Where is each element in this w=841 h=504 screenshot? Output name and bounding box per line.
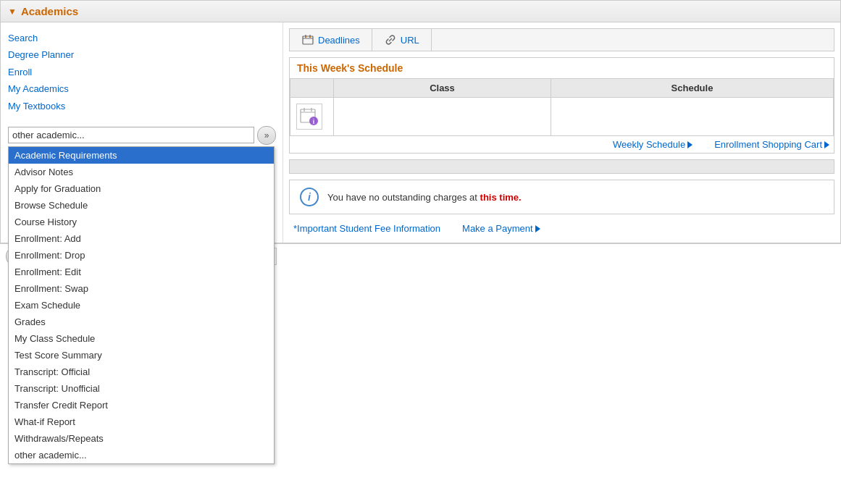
enrollment-cart-label: Enrollment Shopping Cart: [714, 139, 822, 150]
svg-rect-0: [303, 36, 313, 44]
schedule-col-schedule: Schedule: [551, 79, 834, 98]
sidebar-link[interactable]: My Textbooks: [8, 98, 283, 114]
other-academic-select[interactable]: Academic RequirementsAdvisor NotesApply …: [8, 127, 254, 143]
dropdown-list-item[interactable]: Enrollment: Drop: [9, 247, 274, 264]
svg-text:i: i: [313, 118, 315, 125]
divider-bar: [289, 159, 834, 174]
dropdown-list-item[interactable]: Test Score Summary: [9, 347, 274, 364]
sidebar: SearchDegree PlannerEnrollMy AcademicsMy…: [1, 22, 283, 243]
dropdown-list-item[interactable]: My Class Schedule: [9, 330, 274, 347]
enrollment-cart-arrow-icon: [824, 141, 829, 148]
svg-line-6: [389, 38, 392, 41]
dropdown-list-item[interactable]: Apply for Graduation: [9, 180, 274, 197]
schedule-col-icon: [290, 79, 334, 98]
tab-url[interactable]: URL: [372, 29, 432, 51]
dropdown-list-item[interactable]: Transcript: Official: [9, 364, 274, 380]
weekly-schedule-link[interactable]: Weekly Schedule: [613, 139, 693, 150]
tab-deadlines-label: Deadlines: [318, 35, 360, 46]
dropdown-list-item[interactable]: Course History: [9, 214, 274, 230]
schedule-title: This Week's Schedule: [290, 58, 834, 78]
dropdown-list-item[interactable]: Withdrawals/Repeats: [9, 430, 274, 447]
schedule-time-cell: [551, 98, 834, 136]
main-body: SearchDegree PlannerEnrollMy AcademicsMy…: [0, 22, 841, 243]
other-academic-dropdown-row: Academic RequirementsAdvisor NotesApply …: [8, 126, 283, 145]
info-icon: i: [300, 188, 319, 206]
charges-highlight: this time.: [480, 192, 522, 203]
dropdown-list-item[interactable]: Academic Requirements: [9, 147, 274, 164]
weekly-schedule-arrow-icon: [687, 141, 693, 148]
link-icon: [384, 33, 397, 46]
dropdown-list-item[interactable]: Exam Schedule: [9, 297, 274, 314]
make-payment-arrow-icon: [535, 225, 540, 232]
academics-panel: ▼ Academics SearchDegree PlannerEnrollMy…: [0, 0, 841, 504]
make-payment-label: Make a Payment: [462, 223, 533, 234]
sidebar-link[interactable]: My Academics: [8, 80, 283, 97]
collapse-icon[interactable]: ▼: [8, 7, 17, 17]
dropdown-list-item[interactable]: Transfer Credit Report: [9, 397, 274, 413]
dropdown-list-item[interactable]: What-if Report: [9, 413, 274, 430]
schedule-col-class: Class: [334, 79, 551, 98]
academics-header: ▼ Academics: [0, 0, 841, 22]
dropdown-list-item[interactable]: Browse Schedule: [9, 197, 274, 214]
go-button[interactable]: »: [257, 126, 276, 145]
schedule-empty-row: i: [290, 98, 834, 136]
tab-deadlines[interactable]: Deadlines: [290, 29, 372, 51]
sidebar-link[interactable]: Degree Planner: [8, 46, 283, 63]
weekly-schedule-label: Weekly Schedule: [613, 139, 685, 150]
make-payment-link[interactable]: Make a Payment: [462, 223, 540, 234]
sidebar-link[interactable]: Enroll: [8, 64, 283, 80]
charges-section: i You have no outstanding charges at thi…: [289, 180, 834, 214]
dropdown-list: Academic RequirementsAdvisor NotesApply …: [8, 146, 275, 464]
calendar-icon: [301, 33, 314, 46]
svg-point-5: [309, 36, 311, 38]
dropdown-list-item[interactable]: Grades: [9, 314, 274, 330]
payment-row: *Important Student Fee Information Make …: [289, 220, 834, 237]
enrollment-cart-link[interactable]: Enrollment Shopping Cart: [714, 139, 829, 150]
dropdown-list-item[interactable]: Enrollment: Edit: [9, 264, 274, 280]
tabs-row: Deadlines URL: [289, 28, 834, 51]
dropdown-list-item[interactable]: other academic...: [9, 447, 274, 463]
schedule-links-row: Weekly Schedule Enrollment Shopping Cart: [290, 136, 834, 153]
student-fee-info-link[interactable]: *Important Student Fee Information: [293, 223, 440, 234]
dropdown-list-item[interactable]: Transcript: Unofficial: [9, 380, 274, 397]
sidebar-link[interactable]: Search: [8, 30, 283, 46]
schedule-section: This Week's Schedule Class Schedule: [289, 57, 834, 154]
dropdown-list-item[interactable]: Enrollment: Swap: [9, 280, 274, 297]
right-content: Deadlines URL This Week's Schedule: [283, 22, 840, 243]
dropdown-list-item[interactable]: Enrollment: Add: [9, 230, 274, 247]
sidebar-nav-links: SearchDegree PlannerEnrollMy AcademicsMy…: [8, 30, 283, 114]
schedule-class-cell: [334, 98, 551, 136]
svg-point-4: [305, 36, 306, 38]
tab-url-label: URL: [401, 35, 419, 46]
charges-message: You have no outstanding charges at this …: [327, 192, 522, 203]
academics-title: Academics: [21, 5, 78, 17]
schedule-table: Class Schedule: [290, 78, 834, 136]
dropdown-list-item[interactable]: Advisor Notes: [9, 164, 274, 180]
charges-text-before: You have no outstanding charges at: [327, 192, 480, 203]
schedule-table-icon: i: [296, 104, 322, 130]
